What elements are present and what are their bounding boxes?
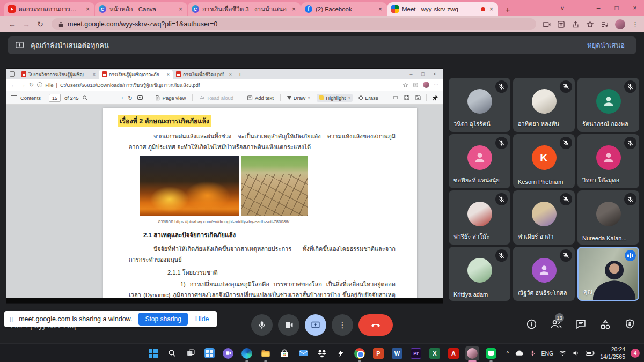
collections-icon[interactable] [413,82,419,88]
onedrive-cloud-icon[interactable] [515,349,524,358]
stop-presenting-button[interactable]: หยุดนำเสนอ [583,38,629,53]
end-call-button[interactable] [358,314,393,336]
tab-close-icon[interactable]: × [85,5,91,13]
close-button[interactable]: × [626,4,644,12]
participant-tile[interactable]: ฟาเดียร์ อาดำ [513,190,575,245]
task-view-button[interactable] [184,346,197,360]
participant-tile[interactable]: K Kesorn Phetniam [513,134,575,188]
start-button[interactable] [146,346,160,360]
tray-expand-icon[interactable]: ^ [507,350,509,357]
tab-close-icon[interactable]: × [167,72,170,77]
dropbox-button[interactable] [315,346,329,360]
tab-close-icon[interactable]: × [488,5,494,13]
page-info-icon[interactable]: i [37,82,42,87]
search-icon[interactable] [82,95,88,101]
participant-tile[interactable]: วิทยา โต๊ะมุดอ [577,134,639,188]
tab-groups-icon[interactable] [601,20,609,28]
zoom-out-icon[interactable]: − [113,95,116,101]
contents-button[interactable]: Contents [20,95,41,101]
video-chat-button[interactable] [221,346,235,360]
more-options-button[interactable]: ⋮ [332,314,353,336]
wifi-icon[interactable] [559,349,567,357]
favorites-star-icon[interactable] [402,82,408,88]
fit-to-width-icon[interactable] [137,94,143,101]
zoom-in-icon[interactable]: + [121,95,124,101]
self-video-tile[interactable]: คุณ [577,247,639,301]
url-field[interactable]: meet.google.com/wyy-skrv-zwq?pli=1&authu… [52,18,536,30]
shared-window[interactable]: ใบงานวิชาการเรียนรู้ผู้เผชิญภาวะภัยแล้ง3… [6,69,443,303]
pin-toolbar-icon[interactable] [431,94,438,101]
edge-menu-icon[interactable]: ⋯ [434,82,438,87]
page-view-button[interactable]: Page view [152,94,188,102]
print-icon[interactable] [392,94,399,101]
back-icon[interactable]: ← [11,82,17,88]
tab-close-icon[interactable]: × [291,5,297,13]
forward-icon[interactable]: → [20,82,26,88]
present-button[interactable] [305,314,326,336]
pdf-tab-3[interactable]: การเงินเพื่อชีวิต3.pdf × [173,70,235,79]
meeting-details-button[interactable] [526,319,537,330]
people-button[interactable]: 13 [550,318,562,330]
close-button[interactable]: × [429,71,441,77]
premiere-button[interactable]: Pr [409,346,423,360]
erase-button[interactable]: Erase [357,94,380,102]
refresh-icon[interactable]: ↻ [33,20,47,28]
notification-count-badge[interactable]: 4 [631,349,640,358]
read-aloud-button[interactable]: Read aloud [197,94,236,102]
clock[interactable]: 20:24 14/1/2565 [600,346,625,360]
save-as-icon[interactable] [415,94,421,101]
highlight-button[interactable]: Highlight ∨ [317,94,353,102]
widgets-button[interactable] [202,346,216,360]
chevron-down-icon[interactable]: ∨ [308,95,310,100]
bookmark-star-icon[interactable] [586,20,594,28]
participant-tile[interactable]: Nureeda Kalan... [577,190,639,245]
browser-tab-meet-active[interactable]: Meet - wyy-skrv-zwq × [387,2,498,16]
maximize-button[interactable]: □ [608,4,626,12]
battery-icon[interactable] [586,350,595,357]
drag-handle-icon[interactable]: || [10,316,13,322]
activities-button[interactable] [599,319,611,330]
participant-tile[interactable]: Krittiya adam [449,247,510,301]
participant-tile[interactable]: ซอฟียะห์ แหน่งนุ้ย [449,134,510,188]
tab-search-chevron-icon[interactable]: ∨ [560,0,565,16]
mic-in-use-icon[interactable] [529,350,536,357]
search-button[interactable] [165,346,179,360]
language-indicator[interactable]: ENG [541,350,554,357]
browser-tab-canva-presentation[interactable]: C การเงินเพื่อชีวิต 3 - งานนำเสนอ × [188,2,301,16]
refresh-icon[interactable]: ↻ [29,82,34,88]
draw-button[interactable]: Draw ∨ [285,94,312,102]
share-icon[interactable] [572,20,580,28]
save-icon[interactable] [404,94,410,101]
forward-icon[interactable]: → [19,20,33,28]
mic-button[interactable] [251,314,273,336]
edge-button[interactable] [240,346,254,360]
profile-avatar[interactable] [615,19,625,29]
participant-tile[interactable]: ฟารีย๊ะ สาโม๊ะ [449,190,510,245]
chat-button[interactable] [575,319,587,330]
tab-close-icon[interactable]: × [178,5,184,13]
adobe-button[interactable]: A [447,346,460,360]
tab-close-icon[interactable]: × [93,72,96,77]
browser-menu-icon[interactable]: ⋮ [632,20,639,28]
pdf-tab-1[interactable]: ใบงานวิชาการเรียนรู้ผู้เผชิญภาวะภัยแล้ง3… [18,70,99,79]
chevron-down-icon[interactable]: ∨ [348,95,350,100]
pdf-content-area[interactable]: เรื่องที่ 2 ลักษณะการเกิดภัยแล้ง จากสภาพ… [6,105,443,298]
camera-button[interactable] [278,314,299,336]
browser-tab-youtube[interactable]: ผลกระทบสถานการณ์ภัยแล้ง : รู้เท่าทัน × [4,2,94,16]
volume-icon[interactable] [572,349,580,357]
active-app-button[interactable] [465,346,479,360]
line-button[interactable] [484,346,498,360]
mail-button[interactable] [296,346,310,360]
media-control-icon[interactable] [543,20,551,28]
utility-app-button[interactable] [334,346,348,360]
powerpoint-button[interactable]: P [371,346,385,360]
edge-profile-avatar[interactable] [423,82,429,88]
host-controls-button[interactable] [624,319,635,330]
minimize-button[interactable]: – [405,71,417,77]
new-tab-button[interactable]: + [238,71,241,78]
file-explorer-button[interactable] [259,346,273,360]
participant-tile[interactable]: วนิดา อุไรรัตน์ [449,78,510,132]
maximize-button[interactable]: □ [417,71,429,77]
pdf-tab-2-active[interactable]: การเรียนรู้ผู้เผชิญภาวะภัยแล้ง3.pdf × [99,70,173,79]
chrome-button[interactable] [353,346,367,360]
